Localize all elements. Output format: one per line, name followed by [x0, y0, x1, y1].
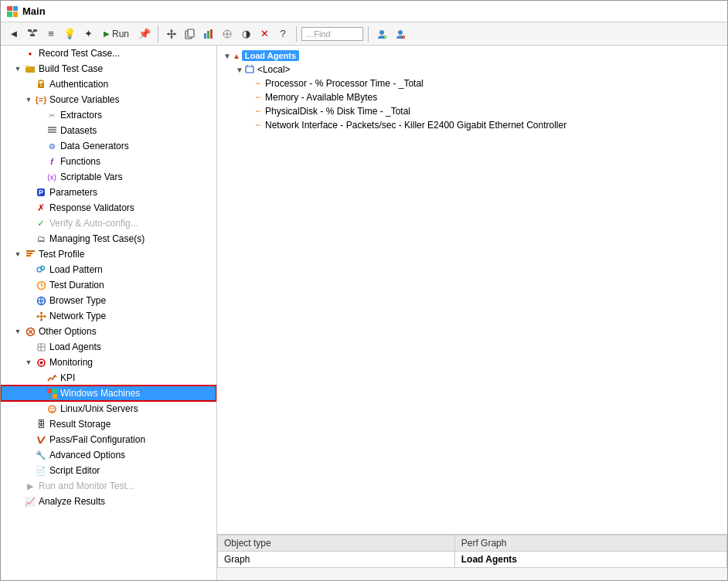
run-button[interactable]: ▶ Run: [98, 26, 134, 42]
check-button[interactable]: ◑: [237, 25, 254, 42]
find-box[interactable]: ...Find: [301, 27, 363, 41]
sidebar-item-response-validators[interactable]: ✗ Response Validators: [1, 200, 216, 216]
svg-rect-35: [26, 250, 35, 252]
sidebar-item-data-generators[interactable]: ⚙ Data Generators: [1, 138, 216, 154]
sidebar-item-parameters[interactable]: P Parameters: [1, 185, 216, 200]
record-icon: ●: [24, 47, 36, 59]
right-tree-root[interactable]: ▼ ▲ Load Agents: [220, 49, 724, 63]
sidebar-label-parameters: Parameters: [49, 187, 97, 198]
expand-icon: [24, 219, 33, 228]
sidebar-item-advanced-opts[interactable]: 🔧 Advanced Options: [1, 447, 216, 463]
expand-icon: [13, 481, 22, 491]
storage-icon: 🗄: [35, 418, 47, 430]
sidebar-item-verify-autoconfig[interactable]: ✓ Verify & Auto-config...: [1, 216, 216, 231]
sidebar-label-source-vars: Source Variables: [49, 94, 120, 105]
svg-rect-14: [204, 33, 206, 39]
magic-button[interactable]: [219, 25, 236, 42]
sidebar-label-browser-type: Browser Type: [49, 295, 106, 306]
sidebar-item-script-editor[interactable]: 📄 Script Editor: [1, 463, 216, 478]
scriptvar-icon: (x): [46, 171, 58, 183]
expand-icon: ▼: [13, 250, 22, 259]
sidebar-item-test-profile[interactable]: ▼ Test Profile: [1, 246, 216, 262]
sidebar-label-extractors: Extractors: [60, 110, 102, 121]
svg-point-20: [379, 30, 384, 35]
right-tree-item-network[interactable]: ～ Network Interface - Packets/sec - Kill…: [220, 118, 724, 132]
sidebar-item-managing-test[interactable]: 🗂 Managing Test Case(s): [1, 231, 216, 246]
move-button[interactable]: [163, 25, 180, 42]
user1-button[interactable]: [373, 25, 390, 42]
expand-icon: [24, 265, 33, 274]
delete-button[interactable]: ✕: [256, 25, 273, 42]
expand-icon: ▼: [24, 95, 33, 104]
star-button[interactable]: ✦: [80, 25, 97, 42]
loadagents-icon: [35, 341, 47, 353]
sidebar-item-extractors[interactable]: ✂ Extractors: [1, 107, 216, 123]
sidebar-label-response-validators: Response Validators: [49, 202, 134, 213]
sidebar-item-other-options[interactable]: ▼ Other Options: [1, 324, 216, 339]
tree-button[interactable]: [24, 25, 41, 42]
sidebar-item-windows-machines[interactable]: Windows Machines: [1, 386, 216, 401]
sidebar-item-datasets[interactable]: Datasets: [1, 123, 216, 138]
sidebar-label-result-storage: Result Storage: [49, 419, 111, 430]
sidebar-item-test-duration[interactable]: Test Duration: [1, 277, 216, 293]
sidebar-item-pass-fail[interactable]: Pass/Fail Configuration: [1, 432, 216, 447]
sidebar-item-kpi[interactable]: KPI: [1, 370, 216, 386]
right-tree: ▼ ▲ Load Agents ▼ <Local> ～: [220, 49, 724, 132]
right-tree-item-processor[interactable]: ～ Processor - % Processor Time - _Total: [220, 76, 724, 90]
svg-point-31: [40, 85, 42, 87]
sidebar-item-build-test[interactable]: ▼ Build Test Case: [1, 61, 216, 76]
svg-point-61: [50, 407, 52, 409]
sidebar-item-authentication[interactable]: Authentication: [1, 76, 216, 92]
otheropts-icon: [24, 325, 36, 338]
copy-button[interactable]: [182, 25, 199, 42]
sidebar-item-result-storage[interactable]: 🗄 Result Storage: [1, 416, 216, 432]
back-button[interactable]: ◄: [5, 25, 22, 42]
sidebar-item-browser-type[interactable]: Browser Type: [1, 293, 216, 308]
expand-icon: [24, 296, 33, 305]
table-row[interactable]: Graph Load Agents: [218, 552, 727, 568]
sidebar-label-test-profile: Test Profile: [39, 249, 84, 260]
main-toolbar: ◄ ≡ 💡 ✦ ▶ Run 📌 ◑ ✕ ?: [1, 22, 727, 46]
sidebar-item-analyze-results[interactable]: 📈 Analyze Results: [1, 494, 216, 509]
testprofile-icon: [24, 248, 36, 260]
expand-icon: [13, 49, 22, 58]
user2-button[interactable]: [392, 25, 409, 42]
svg-line-64: [40, 437, 45, 443]
svg-marker-11: [174, 32, 176, 36]
expand-icon: ▼: [24, 358, 33, 367]
sidebar-item-load-agents[interactable]: Load Agents: [1, 339, 216, 355]
sidebar-label-windows-machines: Windows Machines: [60, 388, 140, 399]
sidebar-item-functions[interactable]: f Functions: [1, 154, 216, 169]
svg-marker-9: [170, 36, 173, 39]
chart-button[interactable]: [200, 25, 217, 42]
sidebar-item-monitoring[interactable]: ▼ Monitoring: [1, 355, 216, 370]
sidebar-label-datasets: Datasets: [60, 125, 97, 136]
dataset-icon: [46, 124, 58, 137]
svg-rect-15: [207, 31, 209, 39]
sidebar-item-linux-unix[interactable]: Linux/Unix Servers: [1, 401, 216, 416]
svg-rect-34: [48, 131, 56, 133]
pin-button[interactable]: 📌: [136, 25, 153, 42]
help-button[interactable]: ?: [274, 25, 291, 42]
light-button[interactable]: 💡: [61, 25, 78, 42]
svg-point-48: [40, 318, 43, 321]
right-tree-item-physicaldisk[interactable]: ～ PhysicalDisk - % Disk Time - _Total: [220, 104, 724, 118]
list-button[interactable]: ≡: [43, 25, 60, 42]
right-tree-item-memory[interactable]: ～ Memory - Available MBytes: [220, 90, 724, 104]
right-tree-item-label-processor: Processor - % Processor Time - _Total: [265, 78, 424, 89]
main-content: ● Record Test Case... ▼ Build Test Case …: [1, 46, 727, 580]
sidebar-item-scriptable-vars[interactable]: (x) Scriptable Vars: [1, 169, 216, 185]
browser-icon: [35, 294, 47, 307]
sidebar-item-record-test[interactable]: ● Record Test Case...: [1, 46, 216, 61]
sidebar-label-test-duration: Test Duration: [49, 280, 104, 290]
sidebar-label-load-pattern: Load Pattern: [49, 264, 103, 275]
auth-icon: [35, 78, 47, 90]
right-tree-local[interactable]: ▼ <Local>: [220, 63, 724, 76]
expand-icon: [24, 203, 33, 212]
right-tree-item-label-memory: Memory - Available MBytes: [265, 92, 377, 103]
svg-point-24: [398, 30, 403, 35]
sidebar-item-network-type[interactable]: Network Type: [1, 308, 216, 324]
sidebar-item-run-monitor[interactable]: ▶ Run and Monitor Test...: [1, 478, 216, 494]
sidebar-item-source-vars[interactable]: ▼ {=} Source Variables: [1, 92, 216, 107]
sidebar-item-load-pattern[interactable]: Load Pattern: [1, 262, 216, 277]
